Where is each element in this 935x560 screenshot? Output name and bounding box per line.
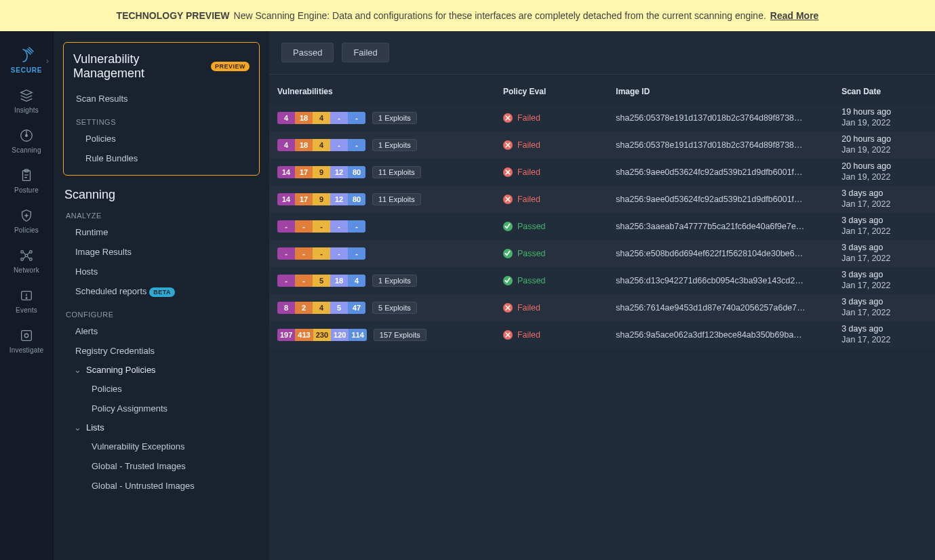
severity-cell: - <box>330 139 348 151</box>
column-header[interactable]: Scan Date <box>833 75 935 104</box>
sidebar-link[interactable]: Alerts <box>73 321 260 341</box>
svg-point-1 <box>26 135 28 137</box>
table-row[interactable]: 14179128011 ExploitsFailedsha256:9aee0d5… <box>269 186 935 213</box>
table-row[interactable]: -----Passedsha256:3aaeab7a47777b5ca21fc6… <box>269 213 935 240</box>
severity-cell: - <box>330 247 348 260</box>
scan-date: 3 days agoJan 17, 2022 <box>841 216 927 237</box>
sidebar-expandable[interactable]: ⌄Lists <box>73 418 260 437</box>
image-id-cell: sha256:9aee0d53624fc92ad539b21d9dfb6001f… <box>608 186 833 213</box>
sidebar-link[interactable]: Policy Assignments <box>73 399 260 418</box>
main-content: PassedFailed VulnerabilitiesPolicy EvalI… <box>269 31 935 560</box>
severity-cell: - <box>313 247 330 260</box>
image-id-cell: sha256:3aaeab7a47777b5ca21fc6de40a6f9e7e… <box>608 213 833 240</box>
table-row[interactable]: --51841 ExploitsPassedsha256:d13c942271d… <box>269 267 935 294</box>
table-row[interactable]: 8245475 ExploitsFailedsha256:7614ae9453d… <box>269 294 935 321</box>
table-row[interactable]: 4184--1 ExploitsFailedsha256:05378e191d1… <box>269 104 935 132</box>
toolbar: PassedFailed <box>269 31 935 75</box>
policy-eval-status: Failed <box>503 113 540 123</box>
rail-item-scanning[interactable]: Scanning <box>0 121 53 161</box>
sidebar-link[interactable]: Hosts <box>73 262 260 281</box>
rail-item-network[interactable]: Network <box>0 241 53 281</box>
filter-failed-button[interactable]: Failed <box>342 43 389 62</box>
x-circle-icon <box>503 303 513 313</box>
table-row[interactable]: 4184--1 ExploitsFailedsha256:05378e191d1… <box>269 132 935 159</box>
column-header[interactable]: Image ID <box>608 75 833 104</box>
table-row[interactable]: 14179128011 ExploitsFailedsha256:9aee0d5… <box>269 159 935 186</box>
scan-date: 20 hours agoJan 19, 2022 <box>841 134 927 155</box>
severity-cell: 4 <box>348 275 365 287</box>
sidebar-expandable[interactable]: ⌄Scanning Policies <box>73 361 260 379</box>
severity-cell: 17 <box>295 193 313 205</box>
sidebar-link[interactable]: Vulnerability Exceptions <box>73 437 260 456</box>
svg-point-6 <box>21 258 24 261</box>
severity-cell: 5 <box>313 275 330 287</box>
severity-cell: 413 <box>295 329 313 341</box>
rail-item-policies[interactable]: Policies <box>0 201 53 241</box>
severity-cell: 18 <box>295 139 313 151</box>
check-circle-icon <box>503 276 513 285</box>
sidebar-link[interactable]: Global - Untrusted Images <box>73 476 260 496</box>
rail-label: Investigate <box>9 346 44 354</box>
sidebar-link[interactable]: Global - Trusted Images <box>73 456 260 476</box>
policy-eval-status: Failed <box>503 303 540 313</box>
table-row[interactable]: -----Passedsha256:e508bd6d694ef622f1f562… <box>269 240 935 267</box>
image-id-cell: sha256:9aee0d53624fc92ad539b21d9dfb6001f… <box>608 159 833 186</box>
column-header[interactable]: Policy Eval <box>495 75 608 104</box>
severity-cell: 4 <box>313 302 330 314</box>
sidebar-link[interactable]: Scheduled reports BETA <box>73 281 260 301</box>
topology-icon <box>18 247 35 264</box>
banner-read-more-link[interactable]: Read More <box>770 10 819 21</box>
sidebar-link-scan-results[interactable]: Scan Results <box>73 89 250 108</box>
severity-cell: - <box>313 220 330 233</box>
severity-breakdown: 4184-- <box>277 139 365 151</box>
layers-icon <box>18 87 35 104</box>
severity-cell: 12 <box>330 166 348 178</box>
policy-eval-status: Failed <box>503 330 540 340</box>
x-circle-icon <box>503 140 513 150</box>
rail-label: Posture <box>14 186 39 194</box>
scan-date: 3 days agoJan 17, 2022 <box>841 297 927 318</box>
rail-item-insights[interactable]: Insights <box>0 81 53 121</box>
policy-eval-status: Passed <box>503 249 546 258</box>
exploits-badge: 157 Exploits <box>374 329 426 341</box>
sidebar-link-vm-policies[interactable]: Policies <box>83 129 250 148</box>
policy-eval-status: Passed <box>503 222 546 231</box>
check-circle-icon <box>503 249 513 258</box>
scan-date: 3 days agoJan 17, 2022 <box>841 188 927 209</box>
severity-cell: 4 <box>313 139 330 151</box>
severity-cell: 197 <box>277 329 295 341</box>
radar-icon <box>18 127 35 144</box>
rail-label: Network <box>14 266 39 274</box>
image-id-cell: sha256:d13c942271d66cb0954c3ba93e143cd2… <box>608 267 833 294</box>
scan-date: 3 days agoJan 17, 2022 <box>841 270 927 291</box>
chevron-right-icon: › <box>46 56 49 66</box>
clipboard-icon <box>18 167 35 184</box>
sidebar-link-rule-bundles[interactable]: Rule Bundles <box>83 148 250 168</box>
image-id-cell: sha256:9a5ace062a3df123bece84ab350b69ba… <box>608 321 833 348</box>
column-header[interactable]: Vulnerabilities <box>269 75 495 104</box>
secure-icon <box>18 47 35 64</box>
severity-cell: - <box>330 112 348 124</box>
shield-plus-icon <box>18 207 35 224</box>
severity-cell: 14 <box>277 193 295 205</box>
alert-icon <box>18 287 35 304</box>
rail-item-events[interactable]: Events <box>0 281 53 321</box>
severity-cell: - <box>348 139 365 151</box>
rail-item-posture[interactable]: Posture <box>0 161 53 201</box>
rail-item-investigate[interactable]: Investigate <box>0 321 53 361</box>
sidebar-link[interactable]: Policies <box>73 379 260 399</box>
sidebar-link[interactable]: Runtime <box>73 222 260 242</box>
table-row[interactable]: 197413230120114157 ExploitsFailedsha256:… <box>269 321 935 348</box>
rail-item-secure[interactable]: SECURE› <box>0 41 53 81</box>
sidebar-heading: CONFIGURE <box>66 311 260 319</box>
severity-cell: - <box>295 247 313 260</box>
severity-cell: - <box>295 275 313 287</box>
beta-chip: BETA <box>149 287 175 297</box>
image-id-cell: sha256:7614ae9453d1d87e740a2056257a6de7… <box>608 294 833 321</box>
severity-cell: 80 <box>348 166 365 178</box>
check-circle-icon <box>503 222 513 231</box>
rail-label: Events <box>16 306 37 314</box>
sidebar-link[interactable]: Registry Credentials <box>73 341 260 361</box>
filter-passed-button[interactable]: Passed <box>281 43 334 62</box>
sidebar-link[interactable]: Image Results <box>73 242 260 262</box>
